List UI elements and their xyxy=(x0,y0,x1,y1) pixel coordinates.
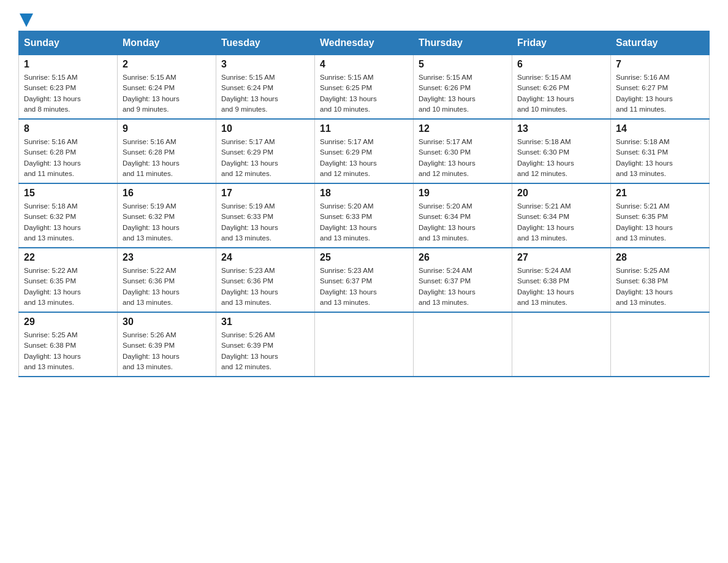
day-info: Sunrise: 5:26 AMSunset: 6:39 PMDaylight:… xyxy=(221,330,309,372)
calendar-cell: 10 Sunrise: 5:17 AMSunset: 6:29 PMDaylig… xyxy=(216,119,315,183)
day-info: Sunrise: 5:24 AMSunset: 6:37 PMDaylight:… xyxy=(419,266,507,308)
col-saturday: Saturday xyxy=(611,31,710,55)
day-info: Sunrise: 5:25 AMSunset: 6:38 PMDaylight:… xyxy=(616,266,704,308)
day-number: 26 xyxy=(419,252,507,263)
calendar-cell xyxy=(512,312,611,377)
calendar-cell: 4 Sunrise: 5:15 AMSunset: 6:25 PMDayligh… xyxy=(315,55,414,120)
day-number: 31 xyxy=(221,316,309,327)
day-info: Sunrise: 5:18 AMSunset: 6:30 PMDaylight:… xyxy=(517,137,605,179)
day-number: 20 xyxy=(517,188,605,199)
day-number: 4 xyxy=(320,59,408,70)
day-number: 11 xyxy=(320,123,408,134)
calendar-cell: 29 Sunrise: 5:25 AMSunset: 6:38 PMDaylig… xyxy=(19,312,118,377)
day-number: 30 xyxy=(123,316,211,327)
day-number: 18 xyxy=(320,188,408,199)
day-info: Sunrise: 5:15 AMSunset: 6:26 PMDaylight:… xyxy=(517,72,605,115)
calendar-table: Sunday Monday Tuesday Wednesday Thursday… xyxy=(18,31,710,377)
calendar-week-row-3: 15 Sunrise: 5:18 AMSunset: 6:32 PMDaylig… xyxy=(19,183,710,248)
calendar-cell xyxy=(315,312,414,377)
day-number: 15 xyxy=(24,188,112,199)
day-info: Sunrise: 5:15 AMSunset: 6:24 PMDaylight:… xyxy=(221,72,309,115)
calendar-cell: 25 Sunrise: 5:23 AMSunset: 6:37 PMDaylig… xyxy=(315,248,414,312)
day-info: Sunrise: 5:16 AMSunset: 6:27 PMDaylight:… xyxy=(616,72,704,115)
calendar-cell: 2 Sunrise: 5:15 AMSunset: 6:24 PMDayligh… xyxy=(118,55,216,120)
calendar-cell: 8 Sunrise: 5:16 AMSunset: 6:28 PMDayligh… xyxy=(19,119,118,183)
calendar-cell: 11 Sunrise: 5:17 AMSunset: 6:29 PMDaylig… xyxy=(315,119,414,183)
calendar-cell xyxy=(414,312,512,377)
day-number: 12 xyxy=(419,123,507,134)
col-sunday: Sunday xyxy=(19,31,118,55)
logo xyxy=(18,12,33,25)
day-info: Sunrise: 5:17 AMSunset: 6:30 PMDaylight:… xyxy=(419,137,507,179)
page-header xyxy=(18,12,710,25)
calendar-cell: 23 Sunrise: 5:22 AMSunset: 6:36 PMDaylig… xyxy=(118,248,216,312)
calendar-cell: 6 Sunrise: 5:15 AMSunset: 6:26 PMDayligh… xyxy=(512,55,611,120)
calendar-week-row-1: 1 Sunrise: 5:15 AMSunset: 6:23 PMDayligh… xyxy=(19,55,710,120)
day-info: Sunrise: 5:15 AMSunset: 6:26 PMDaylight:… xyxy=(419,72,507,115)
day-number: 22 xyxy=(24,252,112,263)
day-number: 27 xyxy=(517,252,605,263)
calendar-cell: 3 Sunrise: 5:15 AMSunset: 6:24 PMDayligh… xyxy=(216,55,315,120)
day-number: 8 xyxy=(24,123,112,134)
calendar-cell: 17 Sunrise: 5:19 AMSunset: 6:33 PMDaylig… xyxy=(216,183,315,248)
day-info: Sunrise: 5:22 AMSunset: 6:36 PMDaylight:… xyxy=(123,266,211,308)
calendar-cell: 24 Sunrise: 5:23 AMSunset: 6:36 PMDaylig… xyxy=(216,248,315,312)
calendar-cell: 16 Sunrise: 5:19 AMSunset: 6:32 PMDaylig… xyxy=(118,183,216,248)
day-number: 9 xyxy=(123,123,211,134)
day-info: Sunrise: 5:15 AMSunset: 6:24 PMDaylight:… xyxy=(123,72,211,115)
day-number: 29 xyxy=(24,316,112,327)
calendar-cell: 22 Sunrise: 5:22 AMSunset: 6:35 PMDaylig… xyxy=(19,248,118,312)
day-number: 2 xyxy=(123,59,211,70)
day-number: 3 xyxy=(221,59,309,70)
day-info: Sunrise: 5:23 AMSunset: 6:36 PMDaylight:… xyxy=(221,266,309,308)
day-info: Sunrise: 5:21 AMSunset: 6:35 PMDaylight:… xyxy=(616,201,704,243)
col-friday: Friday xyxy=(512,31,611,55)
day-info: Sunrise: 5:15 AMSunset: 6:23 PMDaylight:… xyxy=(24,72,112,115)
calendar-cell: 19 Sunrise: 5:20 AMSunset: 6:34 PMDaylig… xyxy=(414,183,512,248)
day-info: Sunrise: 5:25 AMSunset: 6:38 PMDaylight:… xyxy=(24,330,112,372)
day-info: Sunrise: 5:22 AMSunset: 6:35 PMDaylight:… xyxy=(24,266,112,308)
day-info: Sunrise: 5:16 AMSunset: 6:28 PMDaylight:… xyxy=(24,137,112,179)
day-info: Sunrise: 5:26 AMSunset: 6:39 PMDaylight:… xyxy=(123,330,211,372)
day-info: Sunrise: 5:18 AMSunset: 6:31 PMDaylight:… xyxy=(616,137,704,179)
calendar-cell: 18 Sunrise: 5:20 AMSunset: 6:33 PMDaylig… xyxy=(315,183,414,248)
day-number: 5 xyxy=(419,59,507,70)
day-number: 17 xyxy=(221,188,309,199)
logo-triangle-icon xyxy=(20,13,33,27)
day-number: 10 xyxy=(221,123,309,134)
day-info: Sunrise: 5:16 AMSunset: 6:28 PMDaylight:… xyxy=(123,137,211,179)
col-monday: Monday xyxy=(118,31,216,55)
calendar-week-row-4: 22 Sunrise: 5:22 AMSunset: 6:35 PMDaylig… xyxy=(19,248,710,312)
day-number: 28 xyxy=(616,252,704,263)
day-number: 7 xyxy=(616,59,704,70)
calendar-cell: 9 Sunrise: 5:16 AMSunset: 6:28 PMDayligh… xyxy=(118,119,216,183)
calendar-cell: 12 Sunrise: 5:17 AMSunset: 6:30 PMDaylig… xyxy=(414,119,512,183)
day-number: 21 xyxy=(616,188,704,199)
day-info: Sunrise: 5:24 AMSunset: 6:38 PMDaylight:… xyxy=(517,266,605,308)
svg-marker-0 xyxy=(20,13,33,27)
calendar-cell: 5 Sunrise: 5:15 AMSunset: 6:26 PMDayligh… xyxy=(414,55,512,120)
col-tuesday: Tuesday xyxy=(216,31,315,55)
day-info: Sunrise: 5:15 AMSunset: 6:25 PMDaylight:… xyxy=(320,72,408,115)
calendar-cell: 20 Sunrise: 5:21 AMSunset: 6:34 PMDaylig… xyxy=(512,183,611,248)
calendar-cell: 13 Sunrise: 5:18 AMSunset: 6:30 PMDaylig… xyxy=(512,119,611,183)
day-number: 23 xyxy=(123,252,211,263)
calendar-cell: 31 Sunrise: 5:26 AMSunset: 6:39 PMDaylig… xyxy=(216,312,315,377)
day-info: Sunrise: 5:19 AMSunset: 6:33 PMDaylight:… xyxy=(221,201,309,243)
calendar-cell: 14 Sunrise: 5:18 AMSunset: 6:31 PMDaylig… xyxy=(611,119,710,183)
calendar-cell: 21 Sunrise: 5:21 AMSunset: 6:35 PMDaylig… xyxy=(611,183,710,248)
col-thursday: Thursday xyxy=(414,31,512,55)
day-number: 24 xyxy=(221,252,309,263)
day-number: 13 xyxy=(517,123,605,134)
day-number: 14 xyxy=(616,123,704,134)
calendar-header-row: Sunday Monday Tuesday Wednesday Thursday… xyxy=(19,31,710,55)
day-info: Sunrise: 5:17 AMSunset: 6:29 PMDaylight:… xyxy=(320,137,408,179)
calendar-cell: 28 Sunrise: 5:25 AMSunset: 6:38 PMDaylig… xyxy=(611,248,710,312)
day-number: 16 xyxy=(123,188,211,199)
calendar-week-row-5: 29 Sunrise: 5:25 AMSunset: 6:38 PMDaylig… xyxy=(19,312,710,377)
calendar-cell: 26 Sunrise: 5:24 AMSunset: 6:37 PMDaylig… xyxy=(414,248,512,312)
calendar-cell: 7 Sunrise: 5:16 AMSunset: 6:27 PMDayligh… xyxy=(611,55,710,120)
day-info: Sunrise: 5:20 AMSunset: 6:33 PMDaylight:… xyxy=(320,201,408,243)
day-info: Sunrise: 5:21 AMSunset: 6:34 PMDaylight:… xyxy=(517,201,605,243)
day-info: Sunrise: 5:18 AMSunset: 6:32 PMDaylight:… xyxy=(24,201,112,243)
